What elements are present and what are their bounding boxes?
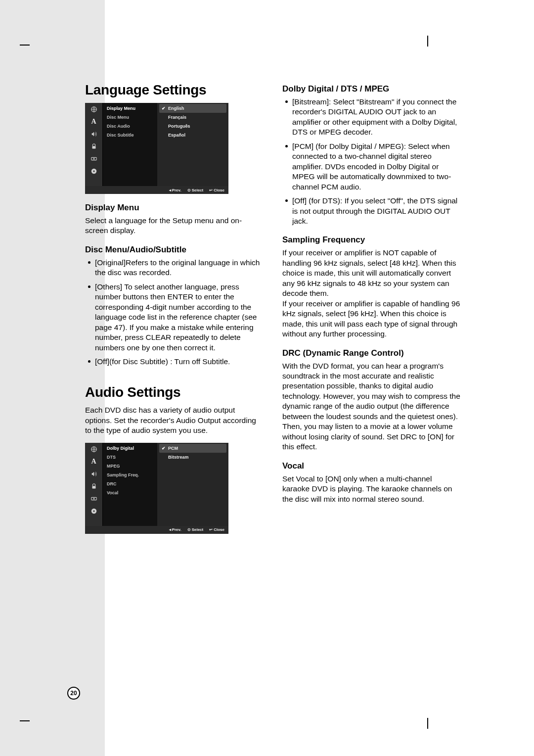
osd-footer-close: ↩Close bbox=[209, 188, 224, 192]
osd-menu-item: MPEG bbox=[107, 462, 157, 471]
crop-mark bbox=[427, 718, 428, 729]
body-text: If your receiver or amplifier is capable… bbox=[282, 299, 461, 339]
osd-menu-item: Dolby Digital bbox=[107, 444, 157, 453]
page-content: Language Settings A Display Menu Disc Me… bbox=[85, 82, 461, 541]
subheading-drc: DRC (Dynamic Range Control) bbox=[282, 348, 461, 358]
svg-point-3 bbox=[93, 158, 94, 160]
lock-icon bbox=[89, 142, 98, 151]
list-item: [Original]Refers to the original languag… bbox=[85, 258, 264, 278]
osd-option-label: Español bbox=[168, 133, 185, 138]
osd-option: Español bbox=[159, 131, 226, 140]
body-text: Set Vocal to [ON] only when a multi-chan… bbox=[282, 474, 461, 504]
osd-language-screenshot: A Display Menu Disc Menu Disc Audio Disc… bbox=[85, 103, 228, 194]
svg-point-5 bbox=[93, 170, 94, 172]
osd-option: Português bbox=[159, 122, 226, 131]
heading-audio-settings: Audio Settings bbox=[85, 384, 264, 400]
disc-icon bbox=[89, 507, 98, 516]
osd-menu-item: Sampling Freq. bbox=[107, 471, 157, 479]
osd-footer: ◂Prev. ⊙Select ↩Close bbox=[85, 526, 228, 534]
speaker-icon bbox=[89, 130, 98, 139]
osd-menu-list: Display Menu Disc Menu Disc Audio Disc S… bbox=[103, 103, 157, 186]
osd-footer-select: ⊙Select bbox=[187, 527, 204, 532]
subheading-sampling-frequency: Sampling Frequency bbox=[282, 235, 461, 245]
osd-footer-prev: ◂Prev. bbox=[169, 527, 181, 532]
rec-icon bbox=[89, 154, 98, 163]
osd-option: Bitstream bbox=[159, 453, 226, 462]
body-text: If your receiver or amplifier is NOT cap… bbox=[282, 248, 461, 298]
osd-option: Français bbox=[159, 113, 226, 122]
subheading-disc-menu-audio-subtitle: Disc Menu/Audio/Subtitle bbox=[85, 245, 264, 255]
body-text: Each DVD disc has a variety of audio out… bbox=[85, 405, 264, 435]
osd-footer: ◂Prev. ⊙Select ↩Close bbox=[85, 186, 228, 194]
body-text: Select a language for the Setup menu and… bbox=[85, 216, 264, 236]
subheading-dolby-dts-mpeg: Dolby Digital / DTS / MPEG bbox=[282, 84, 461, 94]
list-item: [Off](for Disc Subtitle) : Turn off Subt… bbox=[85, 357, 264, 367]
svg-rect-1 bbox=[92, 146, 95, 148]
heading-language-settings: Language Settings bbox=[85, 82, 264, 98]
list-item: [Off] (for DTS): If you select "Off", th… bbox=[282, 196, 461, 226]
osd-menu-item: Disc Menu bbox=[107, 113, 157, 122]
letter-a-icon: A bbox=[89, 457, 98, 466]
osd-menu-item: DRC bbox=[107, 479, 157, 488]
osd-option-label: PCM bbox=[168, 446, 178, 451]
column-left: Language Settings A Display Menu Disc Me… bbox=[85, 82, 264, 541]
bullet-list: [Original]Refers to the original languag… bbox=[85, 258, 264, 367]
osd-menu-item: Display Menu bbox=[107, 104, 157, 113]
check-icon: ✔ bbox=[161, 106, 166, 111]
osd-icon-rail: A bbox=[85, 103, 103, 186]
crop-mark bbox=[427, 36, 428, 47]
osd-menu-item: Disc Subtitle bbox=[107, 131, 157, 140]
svg-point-11 bbox=[93, 510, 94, 512]
osd-option-label: Bitstream bbox=[168, 455, 189, 460]
letter-a-icon: A bbox=[89, 117, 98, 126]
osd-option-label: English bbox=[168, 106, 184, 111]
osd-audio-screenshot: A Dolby Digital DTS MPEG Sampling Freq. … bbox=[85, 443, 228, 534]
osd-menu-item: Vocal bbox=[107, 488, 157, 497]
osd-footer-select: ⊙Select bbox=[187, 188, 204, 192]
bullet-list: [Bitstream]: Select "Bitstream" if you c… bbox=[282, 97, 461, 226]
globe-icon bbox=[89, 445, 98, 454]
osd-icon-rail: A bbox=[85, 443, 103, 526]
osd-option-label: Français bbox=[168, 115, 186, 120]
body-text: With the DVD format, you can hear a prog… bbox=[282, 361, 461, 452]
svg-rect-7 bbox=[92, 486, 95, 488]
osd-option-list: ✔PCM Bitstream bbox=[157, 443, 228, 526]
check-icon: ✔ bbox=[161, 446, 166, 451]
list-item: [Others] To select another language, pre… bbox=[85, 282, 264, 353]
osd-option-list: ✔English Français Português Español bbox=[157, 103, 228, 186]
subheading-display-menu: Display Menu bbox=[85, 203, 264, 213]
disc-icon bbox=[89, 167, 98, 176]
svg-point-9 bbox=[93, 498, 94, 499]
osd-menu-item: Disc Audio bbox=[107, 122, 157, 131]
list-item: [PCM] (for Dolby Digital / MPEG): Select… bbox=[282, 142, 461, 192]
rec-icon bbox=[89, 494, 98, 503]
subheading-vocal: Vocal bbox=[282, 461, 461, 471]
osd-option-label: Português bbox=[168, 124, 190, 129]
osd-footer-prev: ◂Prev. bbox=[169, 188, 181, 192]
globe-icon bbox=[89, 105, 98, 114]
osd-option: ✔English bbox=[159, 104, 226, 113]
lock-icon bbox=[89, 482, 98, 491]
speaker-icon bbox=[89, 470, 98, 478]
column-right: Dolby Digital / DTS / MPEG [Bitstream]: … bbox=[282, 82, 461, 541]
crop-mark bbox=[20, 720, 30, 721]
osd-menu-list: Dolby Digital DTS MPEG Sampling Freq. DR… bbox=[103, 443, 157, 526]
crop-mark bbox=[20, 45, 30, 46]
osd-option: ✔PCM bbox=[159, 444, 226, 453]
osd-menu-item: DTS bbox=[107, 453, 157, 462]
list-item: [Bitstream]: Select "Bitstream" if you c… bbox=[282, 97, 461, 138]
osd-footer-close: ↩Close bbox=[209, 527, 224, 532]
page-number: 20 bbox=[67, 687, 80, 700]
